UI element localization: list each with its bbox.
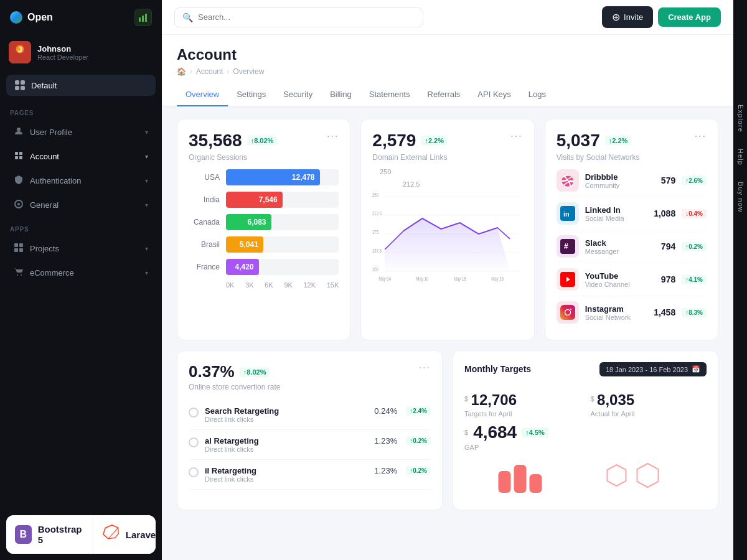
- sidebar-item-projects[interactable]: Projects ▾: [4, 237, 158, 260]
- explore-button[interactable]: Explore: [733, 100, 747, 138]
- bar-fill: 4,420: [226, 259, 259, 275]
- bootstrap-label: Bootstrap 5: [38, 524, 84, 545]
- svg-point-19: [21, 274, 22, 276]
- social-sub: Community: [585, 182, 645, 189]
- svg-text:J: J: [17, 45, 22, 54]
- stat-main: 35,568 ↑8.02%: [189, 131, 277, 151]
- line-chart: 250 212.5 250 212.5 175 137.5 100: [372, 168, 522, 286]
- breadcrumb: 🏠 › Account › Overview: [177, 67, 718, 76]
- date-range: 18 Jan 2023 - 16 Feb 2023: [606, 366, 688, 373]
- sidebar-item-user-profile[interactable]: User Profile ▾: [4, 121, 158, 144]
- bar-row-brasil: Brasil 5,041: [189, 236, 339, 253]
- retarget-pct: 0.24%: [372, 406, 397, 416]
- bar-track: 7,546: [226, 192, 339, 208]
- breadcrumb-sep2: ›: [227, 67, 229, 76]
- svg-rect-11: [15, 156, 18, 159]
- target-num: 12,706: [471, 391, 517, 408]
- bar-label: Canada: [189, 218, 220, 226]
- targets-title: Monthly Targets: [464, 364, 531, 374]
- svg-text:May 10: May 10: [416, 276, 429, 282]
- svg-rect-14: [14, 243, 18, 247]
- retarget-name: il Retargeting: [205, 466, 366, 475]
- conv-label: Online store convertion rate: [189, 383, 280, 391]
- stat-label: Visits by Social Networks: [557, 153, 640, 162]
- dollar-icon: $: [464, 395, 468, 403]
- retarget-sub: Direct link clicks: [205, 475, 366, 483]
- target-label: Actual for April: [591, 410, 707, 418]
- tab-statements[interactable]: Statements: [360, 83, 419, 106]
- home-icon[interactable]: 🏠: [177, 67, 186, 76]
- gap-badge: ↑4.5%: [522, 427, 548, 437]
- create-app-button[interactable]: Create App: [658, 7, 721, 27]
- svg-text:250: 250: [372, 192, 378, 198]
- app-name: Open: [27, 12, 53, 23]
- targets-data-row: $ 12,706 Targets for April $ 8,035 Actua…: [464, 391, 707, 418]
- chart-icon[interactable]: [134, 9, 152, 26]
- invite-button[interactable]: ⊕ Invite: [602, 6, 653, 28]
- retarget-badge: ↑0.2%: [406, 436, 431, 446]
- social-row-youtube: YouTube Video Channel 978 ↑4.1%: [557, 263, 707, 296]
- social-sub: Social Media: [585, 215, 645, 222]
- svg-rect-44: [514, 465, 527, 493]
- tab-api-keys[interactable]: API Keys: [469, 83, 519, 106]
- svg-text:in: in: [563, 210, 570, 218]
- conv-menu-icon[interactable]: ···: [419, 362, 431, 373]
- search-input[interactable]: [198, 12, 415, 22]
- tab-overview[interactable]: Overview: [177, 83, 228, 106]
- sidebar-item-ecommerce[interactable]: eCommerce ▾: [4, 261, 158, 284]
- sidebar-item-label: Authentication: [30, 176, 81, 185]
- social-name: Dribbble: [585, 172, 645, 182]
- svg-marker-47: [637, 464, 659, 487]
- retarget-name: al Retargeting: [205, 436, 366, 446]
- sidebar-item-account[interactable]: Account ▾: [4, 145, 158, 168]
- right-panel: Explore Help Buy now: [733, 0, 747, 560]
- invite-label: Invite: [624, 12, 643, 22]
- tab-security[interactable]: Security: [275, 83, 321, 106]
- social-row-slack: # Slack Messanger 794 ↑0.2%: [557, 230, 707, 263]
- bar-track: 5,041: [226, 236, 339, 253]
- sidebar-item-authentication[interactable]: Authentication ▾: [4, 169, 158, 192]
- stat-menu-icon[interactable]: ···: [327, 131, 339, 142]
- stat-menu-icon[interactable]: ···: [510, 131, 522, 142]
- bar-fill: 5,041: [226, 236, 263, 253]
- social-info: Slack Messanger: [585, 238, 645, 255]
- stat-menu-icon[interactable]: ···: [695, 131, 707, 142]
- social-info: Instagram Social Network: [585, 304, 645, 321]
- social-row-linkedin: in Linked In Social Media 1,088 ↓0.4%: [557, 197, 707, 230]
- tab-logs[interactable]: Logs: [520, 83, 555, 106]
- tab-referrals[interactable]: Referrals: [419, 83, 469, 106]
- breadcrumb-overview: Overview: [233, 67, 264, 76]
- tab-billing[interactable]: Billing: [321, 83, 360, 106]
- social-badge: ↑4.1%: [682, 275, 707, 284]
- bar-fill: 6,083: [226, 214, 271, 230]
- sidebar-logo: Open: [0, 0, 162, 35]
- user-section: J Johnson React Developer: [0, 35, 162, 70]
- page-title: Account: [177, 46, 718, 63]
- apps-section-label: APPS: [0, 217, 162, 236]
- bar-axis: 0K 3K 6K 9K 12K 15K: [189, 281, 339, 289]
- invite-plus-icon: ⊕: [612, 11, 620, 23]
- help-button[interactable]: Help: [733, 144, 747, 170]
- chevron-down-icon: ▾: [145, 245, 148, 252]
- buy-now-button[interactable]: Buy now: [733, 177, 747, 218]
- retarget-icon: [189, 408, 199, 418]
- linkedin-logo: in: [557, 202, 579, 225]
- breadcrumb-account[interactable]: Account: [196, 67, 223, 76]
- svg-point-18: [17, 274, 18, 276]
- youtube-logo: [557, 268, 579, 291]
- stat-external-links: 2,579 ↑2.2% Domain External Links ··· 25…: [360, 119, 534, 340]
- stat-badge: ↑8.02%: [247, 136, 278, 146]
- topbar-right: ⊕ Invite Create App: [602, 6, 721, 28]
- actual-for-april: $ 8,035 Actual for April: [591, 391, 707, 418]
- tab-settings[interactable]: Settings: [228, 83, 275, 106]
- sidebar-item-general[interactable]: General ▾: [4, 194, 158, 217]
- search-box[interactable]: 🔍: [174, 7, 423, 27]
- sidebar-item-default[interactable]: Default: [6, 75, 156, 96]
- social-badge: ↑0.2%: [682, 242, 707, 251]
- svg-rect-45: [530, 474, 542, 493]
- conv-stats: 0.37% ↑8.02% Online store convertion rat…: [189, 362, 280, 400]
- svg-point-42: [570, 309, 571, 310]
- grid-icon: [15, 80, 25, 90]
- bar-label: India: [189, 195, 220, 204]
- bar-label: USA: [189, 173, 220, 182]
